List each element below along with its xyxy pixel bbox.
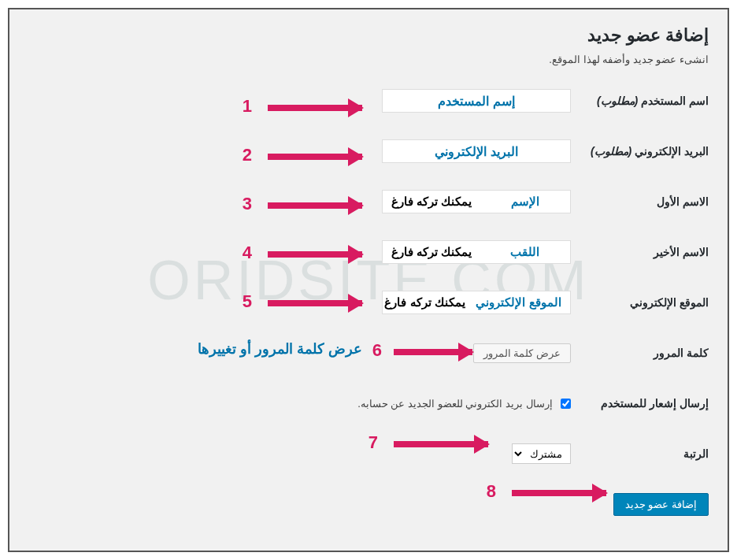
row-role: الرتبة مشترك (28, 440, 709, 467)
label-password: كلمة المرور (571, 347, 709, 359)
page-frame: ORIDSITE.COM إضافة عضو جديد انشىء عضو جد… (8, 8, 729, 552)
label-notification: إرسال إشعار للمستخدم (571, 397, 709, 410)
page-title: إضافة عضو جديد (28, 25, 709, 46)
notification-text: إرسال بريد الكتروني للعضو الجديد عن حساب… (357, 398, 552, 410)
label-email: البريد الإلكتروني (مطلوب) (571, 145, 709, 158)
submit-button[interactable]: إضافة عضو جديد (613, 493, 709, 516)
row-email: البريد الإلكتروني (مطلوب) البريد الإلكتر… (28, 138, 709, 165)
lastname-input[interactable]: اللقب يمكنك تركه فارغ (382, 240, 571, 264)
notification-checkbox[interactable] (561, 399, 571, 409)
username-input[interactable]: إسم المستخدم (382, 89, 571, 113)
label-lastname: الاسم الأخير (571, 246, 709, 258)
row-website: الموقع الإلكتروني الموقع الإلكتروني يمكن… (28, 289, 709, 316)
row-firstname: الاسم الأول الإسم يمكنك تركه فارغ (28, 188, 709, 215)
website-input[interactable]: الموقع الإلكتروني يمكنك تركه فارغ (382, 291, 571, 314)
row-lastname: الاسم الأخير اللقب يمكنك تركه فارغ (28, 239, 709, 265)
label-firstname: الاسم الأول (571, 195, 709, 208)
role-select[interactable]: مشترك (512, 443, 571, 464)
row-notification: إرسال إشعار للمستخدم إرسال بريد الكتروني… (28, 390, 709, 417)
label-role: الرتبة (571, 447, 709, 460)
show-password-button[interactable]: عرض كلمة المرور (473, 343, 571, 363)
page-description: انشىء عضو جديد وأضفه لهذا الموقع. (28, 54, 709, 65)
firstname-input[interactable]: الإسم يمكنك تركه فارغ (382, 190, 571, 213)
label-username: اسم المستخدم (مطلوب) (571, 95, 709, 107)
email-input[interactable]: البريد الإلكتروني (382, 139, 571, 163)
row-submit: إضافة عضو جديد (28, 491, 709, 517)
row-password: كلمة المرور عرض كلمة المرور (28, 339, 709, 366)
row-username: اسم المستخدم (مطلوب) إسم المستخدم (28, 87, 709, 114)
label-website: الموقع الإلكتروني (571, 296, 709, 309)
